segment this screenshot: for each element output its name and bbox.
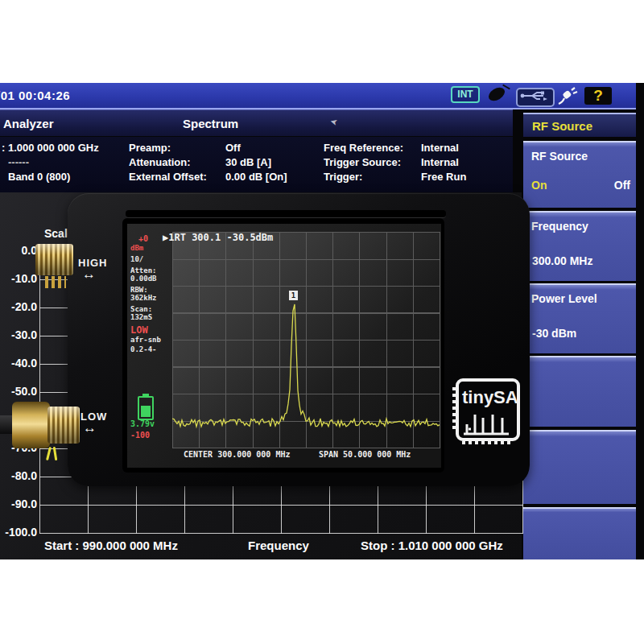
settings-panel: : 1.000 000 000 GHz ------ Band 0 (800) … [0, 137, 513, 195]
usb-icon [516, 88, 555, 107]
ref-level-unit: dBm [130, 244, 143, 252]
screen-groove [126, 210, 446, 218]
battery-voltage: 3.79v [130, 419, 155, 428]
external-offset-value: 0.00 dB [On] [225, 171, 287, 184]
connector-pins [45, 276, 66, 288]
high-port-arrow-icon: ↔ [82, 269, 96, 280]
mode-flags: afr-snb [130, 336, 161, 344]
softkey-title: RF Source [531, 150, 588, 163]
atten-label: Atten: [130, 266, 157, 275]
scale-per-div: 10/ [130, 255, 143, 263]
softkey-blank-1[interactable] [523, 356, 636, 427]
carrier-frequency-value: : 1.000 000 000 GHz [2, 142, 99, 155]
rf-source-on-option[interactable]: On [531, 179, 547, 192]
softkey-frequency[interactable]: Frequency 300.00 MHz [523, 211, 636, 281]
screenshot-root: { "colors":{"topbar_blue":"#2b38aa","sid… [0, 0, 644, 644]
tinysa-logo: tinySA [451, 376, 523, 447]
y-tick: -30.0 [0, 328, 37, 341]
trigger-source-value: Internal [421, 156, 459, 169]
spectrum-plot [172, 232, 440, 448]
marker-readout-text: 1RT 300.1 -30.5dBm [168, 232, 273, 243]
y-tick: -80.0 [0, 469, 37, 482]
trigger-value: Free Run [421, 171, 466, 184]
dashes-value: ------ [8, 156, 29, 169]
softkey-blank-3[interactable] [523, 507, 636, 559]
clock-readout: /01 00:04:26 [0, 89, 70, 102]
band-value: Band 0 (800) [8, 171, 70, 184]
softkey-blank-2[interactable] [523, 430, 636, 504]
freq-range: 0.2-4- [130, 345, 157, 353]
span-readout: SPAN 50.000 000 MHz [319, 450, 411, 459]
freq-reference-label: Freq Reference: [324, 142, 403, 155]
attenuation-label: Attenuation: [129, 156, 191, 169]
tab-analyzer[interactable]: Analyzer [3, 117, 54, 130]
softkey-value: -30 dBm [532, 327, 576, 340]
attenuation-value: 30 dB [A] [225, 156, 271, 169]
ref-level-value: +0 [138, 234, 148, 243]
trigger-label: Trigger: [324, 171, 362, 184]
internal-reference-badge: INT [451, 86, 480, 103]
softkey-power-level[interactable]: Power Level -30 dBm [523, 283, 636, 353]
scan-label: Scan: [130, 305, 152, 313]
rbw-value: 362kHz [130, 294, 157, 302]
marker-readout: ▶1RT 300.1 -30.5dBm [163, 232, 273, 243]
atten-value: 0.00dB [130, 275, 157, 283]
rf-source-off-option[interactable]: Off [614, 179, 630, 192]
sma-connector-nut [12, 402, 50, 448]
help-icon: ? [584, 87, 612, 105]
preamp-value: Off [225, 142, 241, 155]
y-tick: 0.0 [0, 244, 37, 257]
y-tick: -50.0 [0, 385, 37, 398]
y-tick: -20.0 [0, 300, 37, 313]
y-tick: -40.0 [0, 357, 37, 369]
sma-port-high [35, 244, 73, 275]
low-port-arrow-icon: ↔ [83, 423, 97, 434]
x-stop-label: Stop : 1.010 000 000 GHz [361, 539, 503, 552]
trigger-source-label: Trigger Source: [324, 156, 401, 169]
external-offset-label: External Offset: [129, 171, 207, 184]
y-tick: -10.0 [0, 272, 37, 285]
sma-connector-barrel [47, 407, 80, 444]
softkey-rf-source[interactable]: RF Source On Off [523, 141, 636, 208]
tinysa-logo-text: tinySA [462, 387, 518, 407]
freq-reference-value: Internal [421, 142, 459, 155]
softkey-value: 300.00 MHz [532, 254, 592, 267]
sidebar-header: RF Source [523, 113, 636, 137]
preamp-label: Preamp: [129, 142, 171, 155]
center-frequency-readout: CENTER 300.000 000 MHz [184, 450, 290, 459]
battery-icon [138, 396, 154, 420]
bottom-ref-level: -100 [130, 431, 150, 440]
y-tick: -90.0 [0, 497, 37, 510]
scan-value: 132mS [130, 313, 152, 321]
rbw-label: RBW: [130, 286, 148, 294]
menu-bar: Analyzer Spectrum [0, 109, 513, 136]
analyzer-photo: /01 00:04:26 INT ? Analyzer Spectrum ➤ R… [0, 83, 644, 559]
x-axis-title: Frequency [248, 539, 309, 552]
peak-marker-flag: 1 [289, 291, 298, 300]
y-tick: -100.0 [0, 526, 37, 539]
tab-spectrum[interactable]: Spectrum [183, 117, 238, 130]
softkey-title: Frequency [531, 220, 588, 233]
softkey-title: Power Level [531, 292, 597, 305]
power-plug-icon [557, 85, 578, 106]
input-mode: LOW [130, 324, 148, 336]
x-start-label: Start : 990.000 000 MHz [44, 539, 178, 552]
